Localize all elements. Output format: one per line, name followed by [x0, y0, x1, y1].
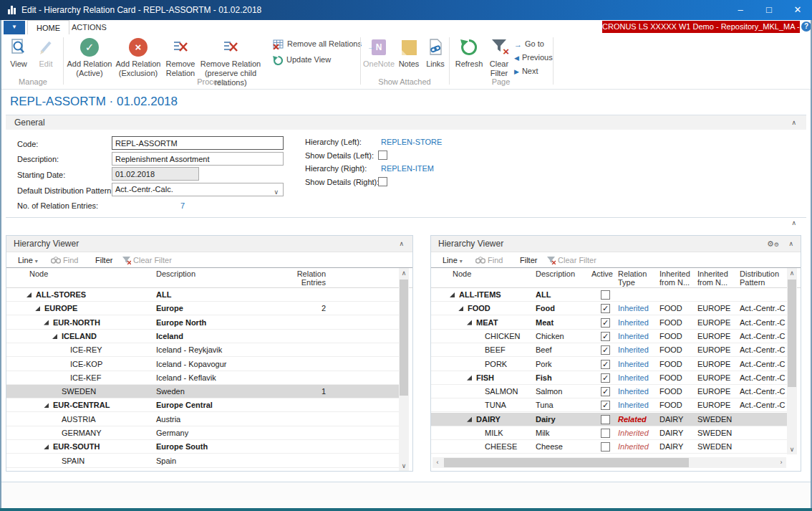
active-checkbox[interactable]: ✓ [601, 387, 610, 396]
update-view-button[interactable]: Update View [273, 53, 331, 66]
view-button[interactable]: View [6, 36, 32, 69]
active-checkbox[interactable] [601, 442, 610, 452]
active-checkbox[interactable]: ✓ [601, 345, 610, 355]
general-section-header[interactable]: General ∧ [6, 115, 806, 130]
tree-row[interactable]: ICE-KOPIceland - Kopavogur [6, 358, 399, 371]
left-filter-button[interactable]: Filter [95, 252, 112, 268]
tree-row[interactable]: ALL-STORESALL [6, 288, 399, 302]
tree-row[interactable]: EUR-NORTHEurope North [6, 316, 399, 330]
tree-row[interactable]: SWEDENSweden1 [6, 385, 399, 398]
right-horizontal-scrollbar[interactable]: ‹ › [432, 457, 786, 468]
col-inherited-2[interactable]: Inherited from N... [697, 269, 733, 287]
tree-row[interactable]: AUSTRIAAustria [6, 413, 399, 426]
tree-row[interactable]: PORKPork✓InheritedFOODEUROPEAct.-Centr.-… [431, 358, 787, 371]
tree-row[interactable]: BEEFBeef✓InheritedFOODEUROPEAct.-Centr.-… [431, 343, 787, 357]
tree-expand-icon[interactable] [467, 417, 472, 422]
app-menu-button[interactable]: ▼ [4, 21, 25, 34]
left-panel-header[interactable]: Hierarchy Viewer ∧ [6, 236, 412, 252]
maximize-icon[interactable]: □ [755, 0, 783, 20]
col-node[interactable]: Node [29, 269, 48, 278]
next-button[interactable]: ▶Next [514, 65, 538, 77]
tree-row[interactable]: EUR-SOUTHEurope South [6, 440, 399, 454]
tree-row[interactable]: ICE-KEFIceland - Keflavik [6, 371, 399, 385]
tree-row[interactable]: CHEESECheeseInheritedDAIRYSWEDEN [431, 440, 787, 454]
tree-row[interactable]: TUNATuna✓InheritedFOODEUROPEAct.-Centr.-… [431, 398, 787, 412]
left-vertical-scrollbar[interactable]: ∧ ∨ [399, 268, 409, 471]
tree-row[interactable]: EUROPEEurope2 [6, 302, 399, 315]
scrollbar-thumb[interactable] [400, 280, 408, 396]
col-relation-type[interactable]: Relation Type [618, 269, 654, 287]
add-relation-active-button[interactable]: ✓ Add Relation (Active) [66, 36, 113, 78]
active-checkbox[interactable]: ✓ [601, 373, 610, 383]
col-distribution-pattern[interactable]: Distribution Pattern [740, 269, 784, 287]
tree-row[interactable]: ALL-ITEMSALL [431, 288, 787, 302]
refresh-button[interactable]: Refresh [453, 36, 485, 69]
tree-expand-icon[interactable] [44, 403, 49, 408]
hierarchy-left-link[interactable]: REPLEN-STORE [381, 138, 442, 146]
right-line-menu[interactable]: Line ▾ [443, 252, 463, 268]
tree-row[interactable]: FISHFish✓InheritedFOODEUROPEAct.-Centr.-… [431, 371, 787, 385]
active-checkbox[interactable]: ✓ [601, 332, 610, 341]
close-icon[interactable]: ✕ [783, 0, 812, 20]
col-active[interactable]: Active [591, 269, 613, 278]
tree-row[interactable]: SPAINSpain [6, 454, 399, 468]
scroll-down-icon[interactable]: ∨ [399, 461, 409, 471]
gear-icon[interactable]: ⚙⚙ [767, 236, 779, 253]
tree-row[interactable]: GERMANYGermany [6, 426, 399, 440]
tree-row[interactable]: FOODFood✓InheritedFOODEUROPEAct.-Centr.-… [431, 302, 787, 315]
scroll-right-icon[interactable]: › [776, 457, 786, 468]
show-details-right-checkbox[interactable] [378, 177, 387, 186]
active-checkbox[interactable]: ✓ [601, 401, 610, 410]
collapse-strip-icon[interactable]: ∧ [791, 219, 796, 226]
clear-filter-button[interactable]: × Clear Filter [486, 36, 512, 78]
active-checkbox[interactable]: ✓ [601, 304, 610, 313]
scrollbar-thumb[interactable] [788, 280, 796, 387]
tree-row[interactable]: CHICKENChicken✓InheritedFOODEUROPEAct.-C… [431, 330, 787, 343]
help-icon[interactable]: ? [801, 22, 811, 32]
tree-expand-icon[interactable] [35, 306, 40, 311]
show-details-left-checkbox[interactable] [378, 151, 387, 160]
tree-row[interactable]: MILKMilkInheritedDAIRYSWEDEN [431, 426, 787, 440]
collapse-right-panel-icon[interactable]: ∧ [788, 236, 793, 252]
col-relation-entries[interactable]: Relation Entries [279, 269, 326, 287]
active-checkbox[interactable] [601, 429, 610, 438]
links-button[interactable]: Links [423, 36, 448, 69]
distribution-pattern-select[interactable]: Act.-Centr.-Calc. ∨ [112, 183, 284, 196]
previous-button[interactable]: ◀Previous [514, 51, 553, 64]
active-checkbox[interactable] [601, 290, 610, 300]
chevron-down-icon[interactable]: ∨ [274, 186, 279, 199]
scroll-up-icon[interactable]: ∧ [399, 268, 409, 278]
hierarchy-right-link[interactable]: REPLEN-ITEM [381, 164, 434, 173]
description-input[interactable] [112, 152, 284, 166]
scroll-up-icon[interactable]: ∧ [787, 268, 797, 278]
collapse-left-panel-icon[interactable]: ∧ [399, 236, 404, 252]
right-panel-header[interactable]: Hierarchy Viewer ⚙⚙ ∧ [431, 236, 801, 252]
active-checkbox[interactable] [601, 415, 610, 424]
tree-expand-icon[interactable] [458, 306, 463, 311]
tree-expand-icon[interactable] [467, 320, 472, 325]
code-input[interactable] [112, 136, 284, 150]
tab-actions[interactable]: ACTIONS [63, 20, 115, 34]
col-description[interactable]: Description [156, 269, 195, 278]
active-checkbox[interactable]: ✓ [601, 318, 610, 328]
notes-button[interactable]: Notes [396, 36, 422, 69]
add-relation-exclusion-button[interactable]: × Add Relation (Exclusion) [115, 36, 162, 78]
col-inherited-1[interactable]: Inherited from N... [659, 269, 695, 287]
collapse-general-icon[interactable]: ∧ [791, 115, 796, 130]
tree-expand-icon[interactable] [52, 334, 57, 339]
tree-row[interactable]: MEATMeat✓InheritedFOODEUROPEAct.-Centr.-… [431, 316, 787, 330]
scroll-down-icon[interactable]: ∨ [787, 444, 797, 454]
tree-expand-icon[interactable] [467, 376, 472, 381]
tree-row[interactable]: SALMONSalmon✓InheritedFOODEUROPEAct.-Cen… [431, 385, 787, 398]
scroll-left-icon[interactable]: ‹ [432, 457, 443, 468]
col-node[interactable]: Node [453, 269, 471, 278]
goto-button[interactable]: →Go to [514, 37, 544, 50]
active-checkbox[interactable]: ✓ [601, 360, 610, 369]
tree-row[interactable]: DAIRYDairyRelatedDAIRYSWEDEN [431, 413, 787, 426]
col-description[interactable]: Description [536, 269, 575, 278]
tree-expand-icon[interactable] [44, 320, 49, 325]
left-line-menu[interactable]: Line ▾ [18, 252, 38, 268]
remove-relation-button[interactable]: Remove Relation [163, 36, 198, 78]
tree-expand-icon[interactable] [26, 292, 32, 297]
minimize-icon[interactable]: – [726, 0, 755, 20]
